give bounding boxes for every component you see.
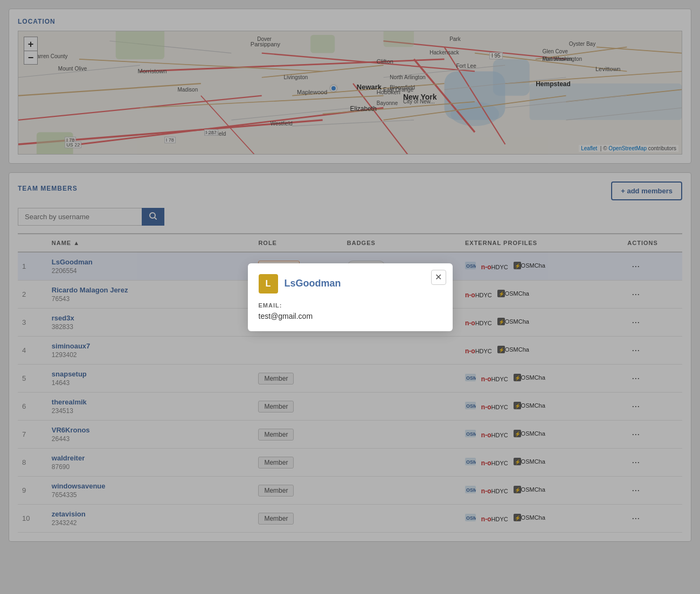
user-modal: L LsGoodman ✕ EMAIL: test@gmail.com bbox=[248, 263, 453, 331]
modal-avatar: L bbox=[259, 274, 278, 293]
modal-close-button[interactable]: ✕ bbox=[431, 270, 446, 285]
modal-header: L LsGoodman bbox=[259, 274, 442, 293]
modal-username: LsGoodman bbox=[285, 278, 341, 289]
modal-email-value: test@gmail.com bbox=[259, 312, 442, 320]
modal-email-label: EMAIL: bbox=[259, 302, 442, 309]
modal-overlay[interactable]: L LsGoodman ✕ EMAIL: test@gmail.com bbox=[0, 0, 700, 550]
